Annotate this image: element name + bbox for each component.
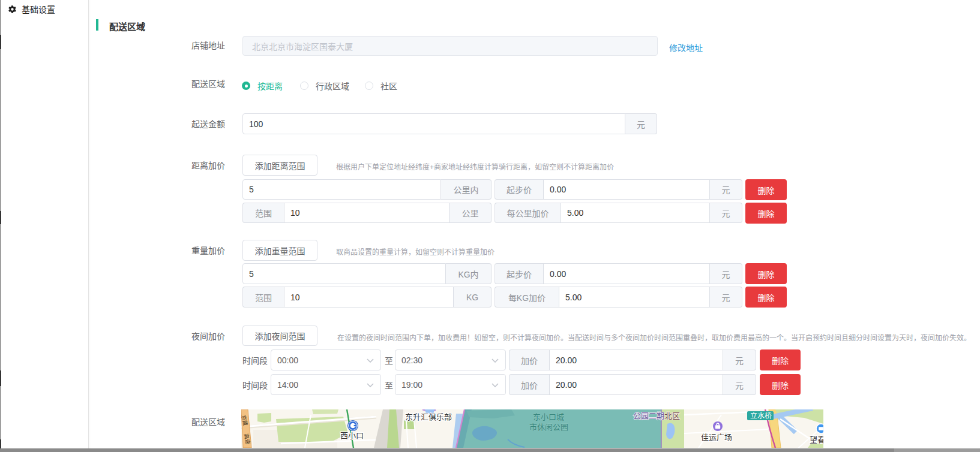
svg-text:公园二期: 公园二期 (633, 411, 664, 420)
svg-text:佳运广场: 佳运广场 (701, 433, 732, 442)
svg-text:西小口: 西小口 (340, 431, 364, 440)
svg-text:望春: 望春 (810, 435, 823, 444)
svg-text:北区: 北区 (664, 411, 680, 420)
svg-text:市休闲公园: 市休闲公园 (529, 423, 568, 432)
svg-text:东升汇俱乐部: 东升汇俱乐部 (405, 412, 452, 421)
svg-text:立水桥: 立水桥 (750, 411, 772, 420)
svg-text:东小口城: 东小口城 (533, 412, 564, 421)
